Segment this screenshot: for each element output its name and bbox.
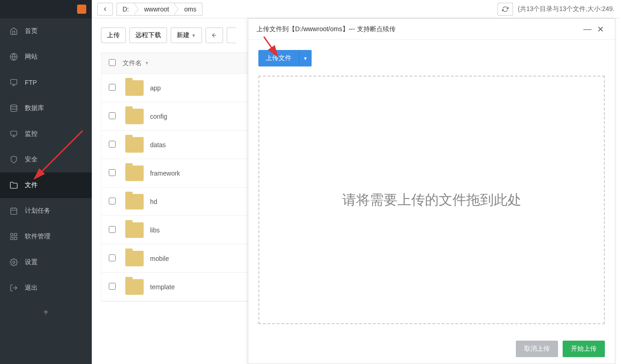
svg-rect-5 <box>11 233 13 236</box>
sidebar-item-apps[interactable]: 软件管理 <box>0 224 92 249</box>
folder-icon <box>125 194 144 210</box>
sidebar-item-globe[interactable]: 网站 <box>0 44 92 70</box>
sidebar-item-label: 设置 <box>25 258 38 266</box>
folder-icon <box>125 251 144 266</box>
svg-rect-3 <box>11 131 17 135</box>
cancel-upload-button[interactable]: 取消上传 <box>516 341 558 357</box>
sidebar-item-label: FTP <box>25 79 37 86</box>
row-checkbox[interactable] <box>109 254 116 261</box>
upload-modal: 上传文件到【D:/wwwroot/oms】--- 支持断点续传 — ✕ 上传文件… <box>248 18 615 364</box>
home-icon <box>9 27 18 36</box>
sidebar-item-exit[interactable]: 退出 <box>0 275 92 301</box>
folder-icon <box>125 137 144 153</box>
sidebar-item-calendar[interactable]: 计划任务 <box>0 198 92 224</box>
row-checkbox[interactable] <box>109 198 116 204</box>
breadcrumb-bar: D:wwwrootoms (共13个目录与13个文件,大小:249. <box>92 0 620 18</box>
sidebar-header <box>0 0 92 18</box>
upload-button[interactable]: 上传 <box>101 28 126 43</box>
row-checkbox[interactable] <box>109 283 116 290</box>
sidebar-item-gear[interactable]: 设置 <box>0 249 92 275</box>
new-menu-button[interactable]: 新建▼ <box>171 28 202 43</box>
close-button[interactable]: ✕ <box>594 23 607 36</box>
folder-icon <box>125 109 144 124</box>
drop-zone[interactable]: 请将需要上传的文件拖到此处 <box>258 76 605 324</box>
database-icon <box>9 104 18 113</box>
row-checkbox[interactable] <box>109 226 116 233</box>
sidebar-item-label: 软件管理 <box>25 232 50 241</box>
folder-icon <box>9 181 18 190</box>
row-checkbox[interactable] <box>109 141 116 148</box>
folder-icon <box>125 80 144 96</box>
start-upload-button[interactable]: 开始上传 <box>563 341 605 357</box>
breadcrumb-status: (共13个目录与13个文件,大小:249. <box>518 5 614 13</box>
breadcrumb-segment[interactable]: wwwroot <box>134 3 175 16</box>
shield-icon <box>9 155 18 164</box>
toolbar-back-button[interactable] <box>206 28 223 43</box>
svg-rect-7 <box>15 237 17 240</box>
sidebar-item-label: 数据库 <box>25 104 44 112</box>
sidebar: 首页网站FTP数据库监控安全文件计划任务软件管理设置退出 + <box>0 0 92 364</box>
sidebar-item-label: 退出 <box>25 284 38 292</box>
folder-icon <box>125 165 144 181</box>
upload-file-button[interactable]: 上传文件 <box>258 50 299 66</box>
modal-title: 上传文件到【D:/wwwroot/oms】--- 支持断点续传 <box>257 25 581 33</box>
monitor-icon <box>9 129 18 138</box>
file-name: app <box>150 84 161 92</box>
sidebar-item-label: 安全 <box>25 155 38 164</box>
logo-icon <box>77 5 86 14</box>
sidebar-item-label: 首页 <box>25 27 38 35</box>
row-checkbox[interactable] <box>109 112 116 119</box>
sidebar-item-shield[interactable]: 安全 <box>0 147 92 172</box>
sidebar-item-ftp[interactable]: FTP <box>0 70 92 95</box>
sidebar-item-database[interactable]: 数据库 <box>0 95 92 121</box>
toolbar-extra-button[interactable] <box>227 28 236 43</box>
folder-icon <box>125 222 144 238</box>
file-name: datas <box>150 141 166 149</box>
file-name: template <box>150 283 175 291</box>
refresh-button[interactable] <box>497 3 513 16</box>
ftp-icon <box>9 78 18 87</box>
globe-icon <box>9 52 18 61</box>
file-name: mobile <box>150 255 169 262</box>
folder-icon <box>125 279 144 295</box>
minimize-button[interactable]: — <box>581 23 594 36</box>
row-checkbox[interactable] <box>109 169 116 176</box>
file-name: libs <box>150 226 160 234</box>
calendar-icon <box>9 206 18 215</box>
sidebar-item-home[interactable]: 首页 <box>0 18 92 44</box>
remote-download-button[interactable]: 远程下载 <box>129 28 167 43</box>
modal-body: 上传文件 ▼ 请将需要上传的文件拖到此处 <box>248 40 615 334</box>
sidebar-item-label: 监控 <box>25 130 38 138</box>
sidebar-item-monitor[interactable]: 监控 <box>0 121 92 147</box>
sidebar-item-folder[interactable]: 文件 <box>0 172 92 198</box>
sidebar-item-label: 计划任务 <box>25 207 50 215</box>
sidebar-item-label: 网站 <box>25 53 38 61</box>
modal-header: 上传文件到【D:/wwwroot/oms】--- 支持断点续传 — ✕ <box>248 19 615 40</box>
breadcrumb-segment[interactable]: D: <box>117 3 135 16</box>
sidebar-add-button[interactable]: + <box>0 301 92 324</box>
exit-icon <box>9 283 18 292</box>
file-name: hd <box>150 198 157 205</box>
breadcrumb-segment[interactable]: oms <box>174 3 202 16</box>
svg-point-2 <box>11 105 17 107</box>
sidebar-item-label: 文件 <box>25 181 38 189</box>
breadcrumb-back-button[interactable] <box>97 3 113 16</box>
row-checkbox[interactable] <box>109 84 116 91</box>
svg-rect-8 <box>11 237 13 240</box>
svg-rect-6 <box>15 233 17 236</box>
svg-point-9 <box>13 261 15 264</box>
file-name: framework <box>150 170 180 177</box>
gear-icon <box>9 258 18 267</box>
upload-file-dropdown[interactable]: ▼ <box>299 50 312 66</box>
modal-footer: 取消上传 开始上传 <box>248 334 615 364</box>
svg-rect-1 <box>11 79 17 84</box>
file-name: config <box>150 113 167 120</box>
apps-icon <box>9 232 18 241</box>
svg-rect-4 <box>11 208 17 215</box>
select-all-checkbox[interactable] <box>109 59 116 66</box>
